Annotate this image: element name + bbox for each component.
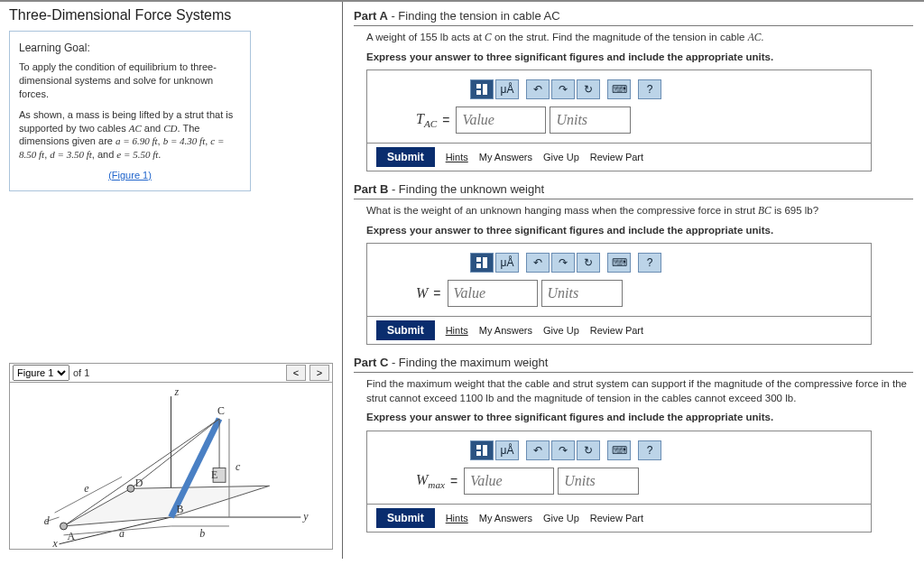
template-icon[interactable]	[470, 253, 494, 273]
learning-goal-heading: Learning Goal:	[19, 41, 241, 55]
part-c-units-input[interactable]	[558, 468, 639, 495]
svg-text:z: z	[173, 385, 179, 398]
part-c-body: Find the maximum weight that the cable a…	[354, 377, 913, 533]
part-b-input-row: W =	[416, 280, 858, 307]
svg-rect-30	[483, 84, 487, 95]
help-icon[interactable]: ?	[638, 79, 661, 99]
undo-icon[interactable]: ↶	[526, 253, 550, 273]
part-b-giveup-link[interactable]: Give Up	[543, 325, 579, 336]
left-column: Three-Dimensional Force Systems Learning…	[0, 2, 343, 559]
svg-text:c: c	[236, 461, 241, 474]
part-c-review-link[interactable]: Review Part	[590, 513, 643, 523]
part-b-hints-link[interactable]: Hints	[446, 325, 468, 336]
part-c-hints-link[interactable]: Hints	[446, 513, 468, 523]
template-icon[interactable]	[470, 79, 494, 99]
part-c-text1: Find the maximum weight that the cable a…	[366, 377, 913, 405]
part-a-answer-box: μÅ ↶ ↷ ↻ ⌨ ? TAC = Submit Hints My Answe…	[366, 69, 872, 171]
part-a-variable: TAC	[416, 111, 437, 129]
svg-point-10	[127, 485, 134, 492]
units-icon[interactable]: μÅ	[495, 440, 519, 460]
svg-text:a: a	[119, 527, 125, 540]
part-a-submit-button[interactable]: Submit	[376, 147, 435, 167]
part-a-value-input[interactable]	[456, 107, 546, 134]
undo-icon[interactable]: ↶	[526, 440, 550, 460]
svg-rect-29	[476, 84, 481, 88]
equals-sign: =	[433, 286, 440, 301]
part-a-myanswers-link[interactable]: My Answers	[479, 152, 532, 162]
figure-svg: z y x A B C D E a b c d e	[10, 383, 332, 549]
part-c-myanswers-link[interactable]: My Answers	[479, 513, 532, 523]
part-c-input-row: Wmax =	[416, 468, 858, 495]
svg-text:B: B	[176, 503, 183, 515]
part-c-answer-box: μÅ ↶ ↷ ↻ ⌨ ? Wmax = Submit Hints My Answ…	[366, 431, 872, 533]
svg-text:C: C	[217, 404, 225, 417]
part-a-giveup-link[interactable]: Give Up	[543, 152, 579, 162]
part-a-review-link[interactable]: Review Part	[590, 152, 643, 162]
part-a-header: Part A - Finding the tension in cable AC	[354, 5, 913, 26]
figure-prev-button[interactable]: <	[286, 365, 306, 381]
units-icon[interactable]: μÅ	[495, 79, 519, 99]
redo-icon[interactable]: ↷	[551, 79, 575, 99]
part-a-actions: Submit Hints My Answers Give Up Review P…	[367, 143, 871, 171]
part-c-instruction: Express your answer to three significant…	[366, 411, 913, 425]
part-a-instruction: Express your answer to three significant…	[366, 51, 913, 65]
reset-icon[interactable]: ↻	[577, 79, 600, 99]
part-c-giveup-link[interactable]: Give Up	[543, 513, 579, 523]
figure-toolbar: Figure 1 of 1 < >	[9, 363, 333, 383]
svg-rect-33	[483, 257, 487, 268]
part-c-toolbar: μÅ ↶ ↷ ↻ ⌨ ?	[470, 440, 858, 460]
svg-line-5	[131, 419, 219, 488]
learning-goal-p2: As shown, a mass is being lifted by a st…	[19, 108, 241, 162]
part-b-myanswers-link[interactable]: My Answers	[479, 325, 532, 336]
part-b-submit-button[interactable]: Submit	[376, 320, 435, 340]
undo-icon[interactable]: ↶	[526, 79, 550, 99]
part-b-header: Part B - Finding the unknown weight	[354, 179, 913, 199]
help-icon[interactable]: ?	[638, 253, 661, 273]
keyboard-icon[interactable]: ⌨	[607, 253, 631, 273]
part-c-variable: Wmax	[416, 472, 445, 490]
part-a-units-input[interactable]	[550, 107, 631, 134]
part-c-value-input[interactable]	[464, 468, 554, 495]
part-a-toolbar: μÅ ↶ ↷ ↻ ⌨ ?	[470, 79, 858, 99]
svg-text:E: E	[211, 468, 217, 481]
part-b-actions: Submit Hints My Answers Give Up Review P…	[367, 316, 871, 344]
part-a-text1: A weight of 155 lb acts at C on the stru…	[366, 31, 913, 45]
redo-icon[interactable]: ↷	[551, 253, 575, 273]
svg-text:x: x	[52, 537, 59, 549]
keyboard-icon[interactable]: ⌨	[607, 79, 631, 99]
help-icon[interactable]: ?	[638, 440, 661, 460]
template-icon[interactable]	[470, 440, 494, 460]
svg-text:A: A	[67, 530, 75, 542]
part-b-review-link[interactable]: Review Part	[590, 325, 643, 336]
svg-line-11	[64, 526, 171, 535]
svg-rect-35	[476, 445, 481, 449]
svg-rect-31	[476, 90, 481, 95]
part-c-actions: Submit Hints My Answers Give Up Review P…	[367, 504, 871, 532]
part-a-hints-link[interactable]: Hints	[446, 152, 468, 162]
figure-link[interactable]: (Figure 1)	[108, 170, 152, 181]
right-column: Part A - Finding the tension in cable AC…	[343, 2, 924, 559]
units-icon[interactable]: μÅ	[495, 253, 519, 273]
svg-rect-32	[476, 257, 481, 262]
svg-point-9	[60, 523, 68, 530]
svg-text:y: y	[302, 510, 309, 523]
redo-icon[interactable]: ↷	[551, 440, 575, 460]
part-b-value-input[interactable]	[448, 280, 538, 307]
part-b-answer-box: μÅ ↶ ↷ ↻ ⌨ ? W = Submit Hints My Answers	[366, 243, 872, 345]
learning-goal-p1: To apply the condition of equilibrium to…	[19, 60, 241, 101]
figure-select[interactable]: Figure 1	[13, 365, 69, 381]
figure-next-button[interactable]: >	[310, 365, 329, 381]
svg-rect-36	[483, 445, 487, 456]
learning-goal-box: Learning Goal: To apply the condition of…	[9, 31, 251, 191]
part-b-units-input[interactable]	[541, 280, 623, 307]
part-b-variable: W	[416, 285, 428, 301]
keyboard-icon[interactable]: ⌨	[607, 440, 631, 460]
reset-icon[interactable]: ↻	[577, 440, 600, 460]
svg-rect-34	[476, 264, 481, 268]
figure-count-label: of 1	[73, 367, 89, 378]
part-c-submit-button[interactable]: Submit	[376, 508, 435, 528]
part-b-toolbar: μÅ ↶ ↷ ↻ ⌨ ?	[470, 253, 858, 273]
part-a-input-row: TAC =	[416, 107, 858, 134]
svg-text:b: b	[199, 527, 205, 540]
reset-icon[interactable]: ↻	[577, 253, 600, 273]
